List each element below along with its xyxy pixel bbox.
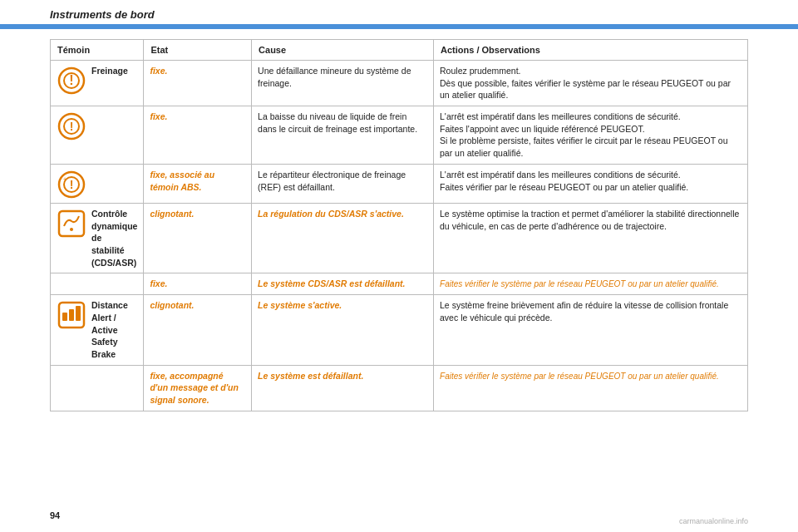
cause-text: Le répartiteur électronique de freinage … (258, 170, 406, 192)
temoin-cell: Distance Alert /Active SafetyBrake (51, 295, 144, 365)
table-row: ! Freinage fixe. Une défaillance mineure… (51, 61, 748, 106)
temoin-cell: ! (51, 106, 144, 165)
page-title: Instruments de bord (50, 8, 155, 21)
actions-text: Faites vérifier le système par le réseau… (440, 279, 719, 288)
col-header-etat: Etat (144, 40, 252, 61)
col-header-temoin: Témoin (51, 40, 144, 61)
table-row: fixe. Le système CDS/ASR est défaillant.… (51, 273, 748, 295)
icon-wrapper: ! (57, 65, 86, 95)
svg-text:!: ! (69, 73, 73, 87)
content-area: Témoin Etat Cause Actions / Observations… (0, 29, 798, 420)
cause-cell: La baisse du niveau de liquide de frein … (252, 106, 434, 165)
etat-cell: fixe, accompagnéd'un message et d'unsign… (144, 365, 252, 411)
actions-cell: Faites vérifier le système par le réseau… (434, 365, 748, 411)
brake-icon-2: ! (57, 112, 86, 140)
cds-asr-icon (57, 209, 86, 238)
etat-cell: fixe, associé au témoin ABS. (144, 164, 252, 203)
svg-rect-15 (76, 306, 81, 321)
etat-cell: fixe. (144, 61, 252, 106)
actions-text: Faites vérifier le système par le réseau… (440, 372, 719, 381)
table-row: Distance Alert /Active SafetyBrake clign… (51, 295, 748, 365)
col-header-actions: Actions / Observations (434, 40, 748, 61)
etat-text: fixe. (150, 111, 167, 121)
etat-text: fixe. (150, 66, 167, 76)
temoin-label: Contrôledynamique destabilité(CDS/ASR) (91, 208, 137, 268)
actions-cell: L'arrêt est impératif dans les meilleure… (434, 106, 748, 165)
actions-text: Le système freine brièvement afin de réd… (440, 300, 728, 323)
svg-point-11 (70, 228, 73, 231)
temoin-cell-empty (51, 273, 144, 295)
actions-text: Le système optimise la traction et perme… (440, 209, 739, 231)
actions-cell: Faites vérifier le système par le réseau… (434, 273, 748, 295)
actions-cell: L'arrêt est impératif dans les meilleure… (434, 164, 748, 203)
cause-cell: Le répartiteur électronique de freinage … (252, 164, 434, 203)
actions-text: L'arrêt est impératif dans les meilleure… (440, 170, 688, 192)
brake-icon-1: ! (57, 66, 86, 95)
svg-rect-14 (69, 309, 74, 321)
icon-wrapper: ! (57, 111, 86, 140)
etat-text: clignotant. (150, 209, 194, 219)
cause-text: Le système s'active. (258, 300, 342, 310)
cause-cell: La régulation du CDS/ASR s'active. (252, 203, 434, 273)
etat-text: fixe. (150, 278, 167, 288)
cause-cell: Le système CDS/ASR est défaillant. (252, 273, 434, 295)
cause-cell: Le système s'active. (252, 295, 434, 365)
temoin-label: Distance Alert /Active SafetyBrake (91, 299, 137, 360)
svg-text:+: + (63, 176, 66, 182)
watermark: carmanualonline.info (679, 517, 748, 525)
actions-cell: Le système optimise la traction et perme… (434, 203, 748, 273)
actions-text: L'arrêt est impératif dans les meilleure… (440, 111, 727, 158)
cause-text: Le système est défaillant. (258, 371, 363, 381)
cause-text: La régulation du CDS/ASR s'active. (258, 209, 404, 219)
etat-text: clignotant. (150, 300, 194, 310)
svg-rect-10 (59, 211, 84, 236)
distance-alert-icon (57, 301, 86, 329)
table-row: Contrôledynamique destabilité(CDS/ASR) c… (51, 203, 748, 273)
icon-wrapper (57, 208, 86, 238)
cause-text: Une défaillance mineure du système de fr… (258, 66, 411, 88)
actions-cell: Roulez prudemment.Dès que possible, fait… (434, 61, 748, 106)
icon-wrapper (57, 299, 86, 329)
etat-text: fixe, associé au témoin ABS. (150, 170, 214, 192)
table-row: + ! fixe, associé au témoin ABS. Le répa… (51, 164, 748, 203)
temoin-cell: + ! (51, 164, 144, 203)
svg-rect-13 (62, 313, 67, 321)
actions-cell: Le système freine brièvement afin de réd… (434, 295, 748, 365)
svg-text:!: ! (70, 120, 74, 133)
cause-text: La baisse du niveau de liquide de frein … (258, 111, 417, 134)
temoin-cell: ! Freinage (51, 61, 144, 106)
icon-wrapper: + ! (57, 169, 86, 199)
temoin-cell: Contrôledynamique destabilité(CDS/ASR) (51, 203, 144, 273)
actions-text: Roulez prudemment.Dès que possible, fait… (440, 66, 731, 100)
col-header-cause: Cause (252, 40, 434, 61)
temoin-label: Freinage (91, 65, 128, 77)
page-header: Instruments de bord (0, 0, 798, 24)
cause-cell: Une défaillance mineure du système de fr… (252, 61, 434, 106)
etat-cell: clignotant. (144, 295, 252, 365)
etat-cell: clignotant. (144, 203, 252, 273)
table-row: ! fixe. La baisse du niveau de liquide d… (51, 106, 748, 165)
cause-cell: Le système est défaillant. (252, 365, 434, 411)
page-number: 94 (50, 510, 60, 520)
temoin-cell-empty (51, 365, 144, 411)
svg-text:!: ! (70, 178, 74, 191)
table-row: fixe, accompagnéd'un message et d'unsign… (51, 365, 748, 411)
etat-text: fixe, accompagnéd'un message et d'unsign… (150, 371, 239, 405)
etat-cell: fixe. (144, 106, 252, 165)
brake-icon-3: + ! (57, 170, 86, 199)
etat-cell: fixe. (144, 273, 252, 295)
cause-text: Le système CDS/ASR est défaillant. (258, 278, 405, 288)
main-table: Témoin Etat Cause Actions / Observations… (50, 39, 748, 411)
